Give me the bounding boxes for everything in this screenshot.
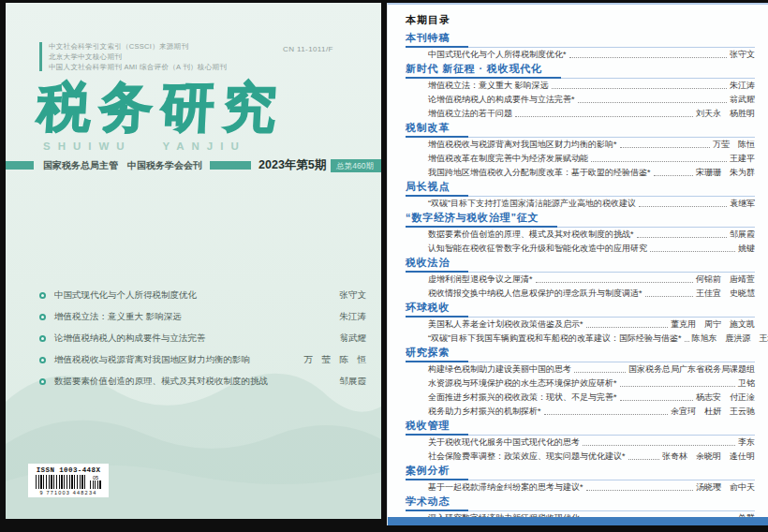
toc-article-row: 构建绿色税制助力建设美丽中国的思考 国家税务总局广东省税务局课题组 bbox=[406, 362, 755, 377]
cn-number: CN 11-1011/F bbox=[283, 45, 333, 53]
toc-article-authors: 何锦前 唐靖萱 bbox=[696, 273, 755, 286]
toc-section-rule bbox=[468, 47, 755, 48]
toc-article-authors: 李东 bbox=[738, 436, 755, 449]
issue-label: 2023年第5期 bbox=[258, 157, 326, 173]
toc-article-row: 增值税税收与税源背离对我国地区财力均衡的影响* 万莹 陈恒 bbox=[406, 138, 755, 152]
toc-article-title: 数据要素价值创造的原理、模式及其对税收制度的挑战* bbox=[428, 229, 634, 241]
journal-cover: 中文社会科学引文索引（CSSCI）来源期刊北京大学中文核心期刊中国人文社会科学期… bbox=[6, 3, 381, 519]
toc-article-row: 认知智能在税收征管数字化升级和智能化改造中的应用研究 姚键 bbox=[406, 242, 755, 256]
toc-section-rule bbox=[468, 435, 755, 436]
toc-section-rule bbox=[561, 78, 755, 79]
toc-section: 环球税收 美国私人养老金计划税收政策借鉴及启示* 董克用 周宁 施文凯 “双碳”… bbox=[406, 302, 755, 346]
dot-leader bbox=[574, 372, 626, 373]
cover-article-title: 增值税立法：意义重大 影响深远 bbox=[54, 311, 182, 323]
toc-article-title: 虚增利润型退税争议之厘清* bbox=[428, 273, 533, 286]
cover-article-authors: 朱江涛 bbox=[340, 311, 367, 323]
toc-article-title: 增值税税收与税源背离对我国地区财力均衡的影响* bbox=[428, 139, 617, 151]
issn-barcode-box: ISSN 1003-448X 05 9 771003 448234 bbox=[28, 464, 109, 497]
dot-leader bbox=[569, 57, 727, 58]
toc-section-rule bbox=[468, 272, 755, 273]
toc-section-header: 新时代 新征程 · 税收现代化 bbox=[406, 63, 755, 79]
dot-leader bbox=[685, 341, 689, 342]
dot-leader bbox=[544, 414, 668, 415]
dot-leader bbox=[645, 296, 693, 297]
bullet-ring-icon bbox=[39, 357, 46, 363]
dot-leader bbox=[552, 88, 727, 89]
toc-article-row: 美国私人养老金计划税收政策借鉴及启示* 董克用 周宁 施文凯 bbox=[406, 318, 755, 332]
toc-article-authors: 卫铭 bbox=[738, 377, 755, 390]
toc-article-authors: 王佳宜 史晓慧 bbox=[696, 288, 755, 300]
cover-article-row: 论增值税纳税人的构成要件与立法完善 翁武耀 bbox=[39, 328, 366, 349]
accreditation-block: 中文社会科学引文索引（CSSCI）来源期刊北京大学中文核心期刊中国人文社会科学期… bbox=[39, 42, 227, 72]
cover-article-row: 增值税立法：意义重大 影响深远 朱江涛 bbox=[39, 306, 366, 328]
toc-article-title: 增值税改革在制度完善中为经济发展赋动能 bbox=[428, 153, 588, 165]
toc-article-authors: 翁武耀 bbox=[730, 94, 755, 106]
dot-leader bbox=[654, 175, 693, 176]
page-bottom-bar bbox=[388, 517, 768, 525]
toc-article-row: 税务助力乡村振兴的机制探析* 余宜珂 杜妍 王云驰 bbox=[406, 405, 755, 419]
toc-article-title: 关于税收现代化服务中国式现代化的思考 bbox=[428, 436, 580, 449]
toc-page: 本期目录 本刊特稿 中国式现代化与个人所得税制度优化* 张守文 新时代 新征程 … bbox=[387, 3, 768, 525]
toc-sections: 本刊特稿 中国式现代化与个人所得税制度优化* 张守文 新时代 新征程 · 税收现… bbox=[406, 32, 755, 525]
cover-article-row: 数据要素价值创造的原理、模式及其对税收制度的挑战 邹展霞 bbox=[39, 371, 366, 392]
toc-article-authors: 国家税务总局广东省税务局课题组 bbox=[628, 363, 755, 376]
toc-article-title: 社会保险费率调整：政策效应、现实问题与优化建议* bbox=[428, 451, 626, 463]
dot-leader bbox=[620, 147, 710, 148]
toc-section-rule bbox=[468, 196, 755, 197]
toc-article-row: 税收情报交换中纳税人信息权保护的理念跃升与制度调适* 王佳宜 史晓慧 bbox=[406, 287, 755, 301]
dot-leader bbox=[583, 445, 735, 446]
toc-article-title: 论增值税纳税人的构成要件与立法完善* bbox=[428, 94, 575, 106]
toc-article-authors: 杨志安 付正淦 bbox=[696, 392, 755, 404]
toc-section: “数字经济与税收治理”征文 数据要素价值创造的原理、模式及其对税收制度的挑战* … bbox=[406, 212, 755, 256]
bullet-ring-icon bbox=[39, 378, 46, 385]
toc-article-title: “双碳”目标下我国车辆购置税和车船税的改革建议：国际经验与借鉴* bbox=[428, 332, 682, 345]
toc-article-authors: 姚键 bbox=[738, 243, 755, 255]
toc-article-row: 基于一起税款滞纳金纠纷案的思考与建议* 汤晓璎 俞中天 bbox=[406, 480, 755, 495]
accreditation-line: 北京大学中文核心期刊 bbox=[49, 52, 227, 62]
toc-article-title: 全面推进乡村振兴的税收政策：现状、不足与完善* bbox=[428, 392, 617, 404]
toc-section-rule bbox=[557, 227, 755, 228]
toc-section-header: 案例分析 bbox=[406, 465, 755, 480]
toc-section-rule bbox=[468, 362, 755, 362]
barcode-digits: 9 771003 448234 bbox=[31, 490, 106, 495]
barcode-addon-icon bbox=[90, 480, 102, 489]
bullet-ring-icon bbox=[39, 335, 46, 342]
toc-article-authors: 朱江涛 bbox=[730, 80, 755, 92]
toc-article-row: 增值税立法的若干问题 刘天永 杨胜明 bbox=[406, 107, 755, 121]
toc-article-row: 水资源税与环境保护税的水生态环境保护效应研析* 卫铭 bbox=[406, 377, 755, 391]
toc-section: 研究探索 构建绿色税制助力建设美丽中国的思考 国家税务总局广东省税务局课题组 水… bbox=[406, 347, 755, 419]
cover-article-title: 数据要素价值创造的原理、模式及其对税收制度的挑战 bbox=[54, 376, 268, 388]
toc-heading: 本期目录 bbox=[406, 13, 755, 27]
toc-article-row: 我国跨地区增值税收入分配制度改革：基于欧盟的经验借鉴* 宋珊珊 朱为群 bbox=[406, 166, 755, 180]
dot-leader bbox=[586, 490, 693, 491]
toc-article-row: 论增值税纳税人的构成要件与立法完善* 翁武耀 bbox=[406, 93, 755, 107]
barcode-icon bbox=[36, 475, 86, 489]
toc-section-rule bbox=[468, 137, 755, 138]
toc-article-authors: 张奇林 余晓明 逄仕明 bbox=[662, 451, 755, 463]
toc-article-title: 水资源税与环境保护税的水生态环境保护效应研析* bbox=[428, 377, 617, 390]
accreditation-line: 中文社会科学引文索引（CSSCI）来源期刊 bbox=[49, 42, 227, 52]
cover-article-title: 论增值税纳税人的构成要件与立法完善 bbox=[54, 332, 206, 345]
toc-section-title: 研究探索 bbox=[406, 346, 468, 362]
toc-section: 税制改革 增值税税收与税源背离对我国地区财力均衡的影响* 万莹 陈恒 增值税改革… bbox=[406, 122, 755, 180]
toc-article-title: “双碳”目标下支持打造国家清洁能源产业高地的税收建议 bbox=[428, 198, 636, 210]
cover-article-list: 中国式现代化与个人所得税制度优化 张守文 增值税立法：意义重大 影响深远 朱江涛… bbox=[39, 285, 366, 392]
toc-article-row: 增值税改革在制度完善中为经济发展赋动能 王建平 bbox=[406, 152, 755, 166]
toc-section-title: 局长视点 bbox=[406, 180, 468, 197]
accreditation-list: 中文社会科学引文索引（CSSCI）来源期刊北京大学中文核心期刊中国人文社会科学期… bbox=[49, 42, 227, 72]
cover-article-authors: 翁武耀 bbox=[340, 332, 367, 345]
toc-section-header: 局长视点 bbox=[406, 181, 755, 197]
toc-section-header: “数字经济与税收治理”征文 bbox=[406, 212, 755, 228]
screenshot-root: 中文社会科学引文索引（CSSCI）来源期刊北京大学中文核心期刊中国人文社会科学期… bbox=[0, 0, 768, 532]
toc-section-title: 新时代 新征程 · 税收现代化 bbox=[406, 62, 561, 79]
toc-article-row: “双碳”目标下我国车辆购置税和车船税的改革建议：国际经验与借鉴* 陈旭东 鹿洪源… bbox=[406, 332, 755, 346]
toc-section: 案例分析 基于一起税款滞纳金纠纷案的思考与建议* 汤晓璎 俞中天 bbox=[406, 465, 755, 495]
toc-article-authors: 宋珊珊 朱为群 bbox=[696, 167, 755, 179]
dot-leader bbox=[628, 459, 659, 460]
issue-banner: 国家税务总局主管 中国税务学会会刊 2023年第5期 总第460期 bbox=[6, 157, 381, 173]
toc-article-row: 中国式现代化与个人所得税制度优化* 张守文 bbox=[406, 48, 755, 62]
toc-section: 税收管理 关于税收现代化服务中国式现代化的思考 李东 社会保险费率调整：政策效应… bbox=[406, 420, 755, 464]
toc-article-row: 虚增利润型退税争议之厘清* 何锦前 唐靖萱 bbox=[406, 273, 755, 287]
banner-bar-left bbox=[6, 161, 34, 170]
bullet-ring-icon bbox=[39, 292, 46, 299]
